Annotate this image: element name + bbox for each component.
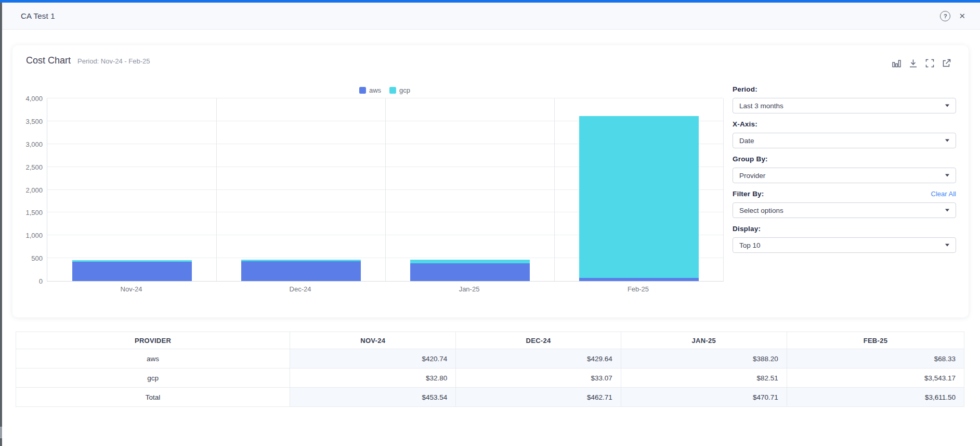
gridline-vertical	[554, 98, 555, 281]
value-cell: $32.80	[290, 368, 456, 388]
bar-segment-aws-Nov-24[interactable]	[72, 262, 192, 281]
group-by-label: Group By:	[733, 155, 768, 163]
bar-Jan-25	[410, 260, 530, 281]
chart-plot-area	[47, 98, 724, 282]
value-cell: $462.71	[456, 388, 621, 407]
bar-segment-aws-Feb-25[interactable]	[579, 278, 699, 281]
bar-segment-aws-Dec-24[interactable]	[241, 261, 361, 281]
value-cell: $388.20	[621, 349, 787, 368]
help-icon[interactable]: ?	[940, 11, 950, 21]
group-by-select-value: Provider	[739, 172, 765, 180]
display-select-value: Top 10	[739, 241, 761, 249]
x-axis-tick-label: Dec-24	[259, 285, 342, 293]
bar-segment-gcp-Feb-25[interactable]	[579, 116, 699, 278]
modal-header-actions: ? ✕	[940, 11, 965, 21]
period-select-value: Last 3 months	[739, 102, 783, 110]
table-header-cell-provider: PROVIDER	[16, 332, 290, 349]
bar-Dec-24	[241, 260, 361, 281]
y-axis-tick-label: 3,500	[12, 118, 43, 125]
card-title: Cost Chart	[26, 55, 71, 66]
y-axis-tick-label: 3,000	[12, 141, 43, 148]
table-header-cell-jan-25: JAN-25	[621, 332, 787, 349]
y-axis-tick-label: 500	[12, 254, 43, 262]
download-icon[interactable]	[908, 58, 918, 68]
modal-header: CA Test 1 ? ✕	[0, 3, 980, 30]
table-header-cell-nov-24: NOV-24	[290, 332, 456, 349]
open-external-icon[interactable]	[942, 58, 951, 68]
cost-table: PROVIDERNOV-24DEC-24JAN-25FEB-25 aws$420…	[16, 332, 964, 407]
chevron-down-icon	[945, 139, 949, 142]
bar-segment-aws-Jan-25[interactable]	[410, 263, 530, 281]
bar-Nov-24	[72, 260, 192, 281]
card-period-subtitle: Period: Nov-24 - Feb-25	[77, 57, 150, 65]
chart-controls-panel: Period: Last 3 months X-Axis: Date Group…	[733, 85, 956, 260]
y-axis-tick-label: 2,000	[12, 186, 43, 194]
card-header: Cost Chart Period: Nov-24 - Feb-25	[26, 55, 150, 66]
fullscreen-icon[interactable]	[925, 58, 935, 68]
chart-type-icon[interactable]	[892, 58, 901, 68]
legend-item-aws[interactable]: aws	[359, 86, 381, 94]
group-by-select[interactable]: Provider	[733, 168, 956, 183]
x-axis-tick-label: Nov-24	[90, 285, 173, 293]
left-scrollbar-thumb[interactable]	[0, 427, 2, 438]
display-label: Display:	[733, 225, 761, 233]
value-cell: $470.71	[621, 388, 787, 407]
modal-title: CA Test 1	[21, 11, 55, 20]
table-row-gcp: gcp$32.80$33.07$82.51$3,543.17	[16, 368, 964, 388]
page-edge-strip	[0, 0, 2, 446]
legend-swatch-aws	[359, 87, 366, 94]
provider-cell: aws	[16, 349, 290, 368]
gridline-vertical	[216, 98, 217, 281]
value-cell: $453.54	[290, 388, 456, 407]
legend-label-aws: aws	[369, 86, 381, 94]
legend-label-gcp: gcp	[399, 86, 410, 94]
value-cell: $429.64	[456, 349, 621, 368]
xaxis-select-value: Date	[739, 137, 754, 145]
close-icon[interactable]: ✕	[959, 12, 965, 20]
y-axis-tick-label: 2,500	[12, 163, 43, 171]
period-select[interactable]: Last 3 months	[733, 98, 956, 113]
value-cell: $420.74	[290, 349, 456, 368]
y-axis-tick-label: 1,500	[12, 209, 43, 216]
chart-toolbar	[892, 58, 951, 68]
provider-cell: gcp	[16, 368, 290, 388]
xaxis-label: X-Axis:	[733, 120, 757, 128]
x-axis-tick-label: Jan-25	[428, 285, 511, 293]
display-select[interactable]: Top 10	[733, 237, 956, 253]
value-cell: $68.33	[787, 349, 964, 368]
filter-by-select[interactable]: Select options	[733, 202, 956, 218]
chevron-down-icon	[945, 174, 949, 177]
bar-segment-gcp-Jan-25[interactable]	[410, 260, 530, 263]
chevron-down-icon	[945, 105, 949, 107]
chart-legend: awsgcp	[359, 86, 410, 94]
gridline-vertical	[385, 98, 386, 281]
cost-chart-card: Cost Chart Period: Nov-24 - Feb-25	[12, 45, 969, 317]
table-row-total: Total$453.54$462.71$470.71$3,611.50	[16, 388, 964, 407]
top-accent-bar	[0, 0, 980, 3]
legend-item-gcp[interactable]: gcp	[389, 86, 410, 94]
screen: CA Test 1 ? ✕ Cost Chart Period: Nov-24 …	[0, 0, 980, 446]
table-row-aws: aws$420.74$429.64$388.20$68.33	[16, 349, 964, 368]
table-header-row: PROVIDERNOV-24DEC-24JAN-25FEB-25	[16, 332, 964, 349]
value-cell: $3,543.17	[787, 368, 964, 388]
legend-swatch-gcp	[389, 87, 396, 94]
y-axis-tick-label: 4,000	[12, 95, 43, 103]
filter-by-select-value: Select options	[739, 207, 783, 214]
clear-all-link[interactable]: Clear All	[931, 190, 956, 198]
y-axis-tick-label: 0	[12, 277, 43, 285]
period-label: Period:	[733, 85, 757, 93]
table-header-cell-dec-24: DEC-24	[456, 332, 621, 349]
value-cell: $82.51	[621, 368, 787, 388]
filter-by-label: Filter By:	[733, 190, 764, 198]
chevron-down-icon	[945, 209, 949, 212]
y-axis-tick-label: 1,000	[12, 232, 43, 239]
chevron-down-icon	[945, 244, 949, 247]
bar-Feb-25	[579, 116, 699, 281]
value-cell: $3,611.50	[787, 388, 964, 407]
value-cell: $33.07	[456, 368, 621, 388]
x-axis-tick-label: Feb-25	[597, 285, 680, 293]
xaxis-select[interactable]: Date	[733, 133, 956, 148]
provider-cell: Total	[16, 388, 290, 407]
table-header-cell-feb-25: FEB-25	[787, 332, 964, 349]
